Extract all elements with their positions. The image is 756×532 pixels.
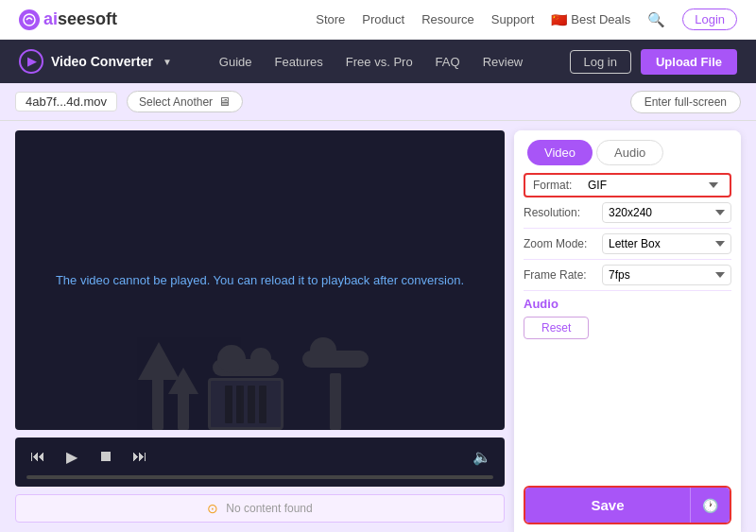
second-nav: ▶ Video Converter ▼ Guide Features Free …	[0, 40, 756, 83]
save-button[interactable]: Save	[525, 488, 690, 523]
second-nav-right: Log in Upload File	[570, 49, 737, 75]
settings-tabs: Video Audio	[514, 130, 741, 165]
play-button[interactable]: ▶	[60, 445, 83, 468]
logo-ai-part: ai	[43, 9, 58, 28]
save-bar: Save 🕐	[514, 478, 741, 532]
skip-forward-button[interactable]: ⏭	[129, 445, 151, 468]
login-button[interactable]: Login	[682, 9, 737, 30]
store-link[interactable]: Store	[316, 12, 345, 26]
save-btn-container: Save 🕐	[524, 486, 731, 524]
main-content: The video cannot be played. You can relo…	[0, 121, 756, 532]
product-name: Video Converter	[51, 54, 153, 69]
support-link[interactable]: Support	[491, 12, 535, 26]
free-vs-pro-link[interactable]: Free vs. Pro	[346, 55, 413, 69]
chevron-down-icon: ▼	[163, 57, 172, 67]
framerate-label: Frame Rate:	[524, 268, 594, 282]
faq-link[interactable]: FAQ	[436, 55, 460, 69]
toolbar: 4ab7f...4d.mov Select Another 🖥 Enter fu…	[0, 83, 756, 121]
format-row-container: Format: GIF MP4 AVI MOV MKV	[524, 173, 731, 197]
search-button[interactable]: 🔍	[647, 11, 665, 28]
progress-bar[interactable]	[26, 475, 493, 479]
warning-icon: ⊙	[207, 501, 218, 516]
video-message: The video cannot be played. You can relo…	[37, 273, 483, 287]
video-background-art	[15, 266, 505, 430]
format-select[interactable]: GIF MP4 AVI MOV MKV	[588, 179, 722, 192]
video-panel: The video cannot be played. You can relo…	[0, 121, 514, 532]
video-controls: ⏮ ▶ ⏹ ⏭ 🔈	[15, 438, 505, 487]
settings-panel: Video Audio Format: GIF MP4 AVI MOV MKV …	[514, 130, 741, 532]
product-icon: ▶	[19, 49, 43, 74]
top-nav-links: Store Product Resource Support 🇨🇳 Best D…	[316, 9, 737, 30]
save-clock-button[interactable]: 🕐	[690, 488, 730, 523]
resolution-select[interactable]: 320x240 640x480 1280x720	[602, 202, 731, 223]
tab-audio[interactable]: Audio	[596, 140, 663, 165]
format-row: Format: GIF MP4 AVI MOV MKV	[533, 179, 722, 192]
zoom-select[interactable]: Letter Box Pan & Scan Full	[602, 233, 731, 254]
stop-button[interactable]: ⏹	[94, 445, 117, 468]
tab-video[interactable]: Video	[527, 140, 593, 165]
best-deals: 🇨🇳 Best Deals	[551, 12, 630, 27]
skip-back-button[interactable]: ⏮	[26, 445, 49, 468]
monitor-icon: 🖥	[218, 94, 231, 109]
logo-text: aiseesoft	[43, 9, 117, 29]
file-name: 4ab7f...4d.mov	[15, 92, 117, 112]
zoom-mode-row: Zoom Mode: Letter Box Pan & Scan Full	[514, 229, 741, 259]
zoom-label: Zoom Mode:	[524, 237, 594, 250]
audio-section-label: Audio	[514, 291, 741, 313]
log-in-button[interactable]: Log in	[570, 50, 631, 74]
features-link[interactable]: Features	[275, 55, 323, 69]
resolution-label: Resolution:	[524, 206, 594, 219]
best-deals-label: Best Deals	[571, 12, 630, 26]
review-link[interactable]: Review	[483, 55, 524, 69]
logo-seesoft-part: seesoft	[58, 9, 117, 28]
reset-button[interactable]: Reset	[524, 317, 589, 339]
clock-icon: 🕐	[702, 498, 718, 513]
enter-fullscreen-button[interactable]: Enter full-screen	[630, 91, 741, 113]
no-content-text: No content found	[226, 502, 312, 515]
select-another-label: Select Another	[139, 95, 213, 109]
framerate-select[interactable]: 7fps 15fps 24fps 30fps	[602, 265, 731, 285]
playback-controls-row: ⏮ ▶ ⏹ ⏭ 🔈	[26, 445, 493, 468]
second-nav-links: Guide Features Free vs. Pro FAQ Review	[219, 55, 523, 69]
resolution-row: Resolution: 320x240 640x480 1280x720	[514, 197, 741, 228]
no-content-bar: ⊙ No content found	[15, 494, 505, 523]
video-player: The video cannot be played. You can relo…	[15, 130, 505, 430]
spacer	[514, 343, 741, 478]
flag-icon: 🇨🇳	[551, 12, 567, 27]
resource-link[interactable]: Resource	[421, 12, 474, 26]
framerate-row: Frame Rate: 7fps 15fps 24fps 30fps	[514, 260, 741, 290]
product-title: ▶ Video Converter ▼	[19, 49, 172, 74]
logo: aiseesoft	[19, 9, 117, 30]
volume-button[interactable]: 🔈	[471, 445, 493, 468]
top-nav: aiseesoft Store Product Resource Support…	[0, 0, 756, 40]
logo-icon	[19, 9, 40, 30]
product-link[interactable]: Product	[362, 12, 404, 26]
format-label: Format:	[533, 179, 580, 192]
upload-file-button[interactable]: Upload File	[641, 49, 737, 75]
select-another-button[interactable]: Select Another 🖥	[127, 91, 243, 112]
guide-link[interactable]: Guide	[219, 55, 252, 69]
svg-point-0	[24, 14, 35, 26]
